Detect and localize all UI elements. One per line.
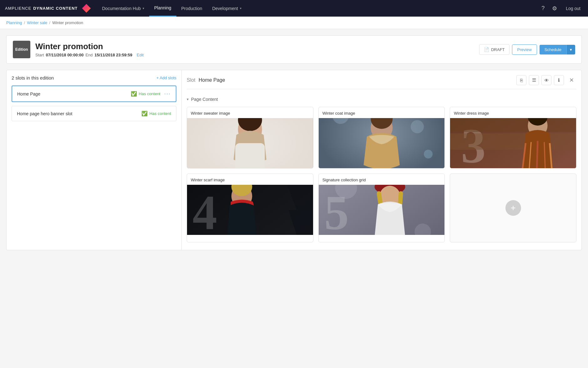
card-image-winter-sweater: [187, 118, 313, 168]
edition-actions: 📄 DRAFT Preview Schedule ▾: [479, 44, 575, 55]
brand: AMPLIENCE DYNAMIC CONTENT: [5, 4, 91, 13]
close-button[interactable]: ✕: [566, 75, 576, 85]
edition-title: Winter promotion: [35, 42, 479, 51]
brand-amplience: AMPLIENCE: [5, 6, 31, 11]
card-image-winter-coat: [319, 118, 445, 168]
chevron-down-icon: ▾: [240, 7, 241, 10]
slot-name: Home page hero banner slot: [17, 111, 72, 116]
nav-item-development[interactable]: Development ▾: [207, 0, 246, 17]
slot-label: Slot: [187, 77, 195, 83]
left-pane: 2 slots in this edition + Add slots Home…: [7, 70, 182, 250]
edition-header: Edition Winter promotion Start 07/11/201…: [6, 35, 582, 64]
section-chevron-icon: ▾: [187, 97, 189, 101]
slot-name: Home Page: [17, 91, 40, 96]
svg-rect-15: [450, 133, 576, 150]
slot-status-label: Has content: [150, 111, 171, 116]
edit-link[interactable]: Edit: [137, 53, 144, 57]
card-title: Signature collection grid: [319, 174, 445, 185]
edition-info: Winter promotion Start 07/11/2018 00:00:…: [35, 42, 479, 57]
right-pane: Slot Home Page ⎘ ☰ 👁 ℹ ✕ ▾ Page Content: [182, 70, 581, 250]
brand-icon: [82, 4, 91, 13]
edition-icon: Edition: [13, 41, 30, 58]
nav-item-label: Development: [212, 6, 238, 11]
slot-panel-header: Slot Home Page ⎘ ☰ 👁 ℹ ✕: [187, 75, 576, 89]
slot-status: ✅ Has content: [141, 111, 171, 117]
copy-button[interactable]: ⎘: [516, 75, 526, 85]
card-image-winter-scarf: 4: [187, 185, 313, 235]
breadcrumb-planning[interactable]: Planning: [6, 20, 22, 25]
slot-status: ✅ Has content: [131, 91, 160, 97]
help-icon[interactable]: ?: [540, 4, 546, 13]
svg-rect-4: [235, 143, 265, 168]
nav-item-label: Documentation Hub: [102, 6, 141, 11]
content-card-winter-coat[interactable]: Winter coat image: [318, 107, 445, 168]
card-image-winter-dress: 3: [450, 118, 576, 168]
svg-point-7: [411, 120, 424, 133]
add-slots-button[interactable]: + Add slots: [156, 75, 176, 80]
start-label: Start: [35, 53, 44, 57]
start-date: 07/11/2018 00:00:00: [46, 53, 84, 57]
card-title: Winter coat image: [319, 107, 445, 118]
schedule-btn-group: Schedule ▾: [540, 45, 575, 54]
add-content-card[interactable]: +: [450, 174, 576, 242]
info-button[interactable]: ℹ: [554, 75, 564, 85]
card-image-signature-collection: 5: [319, 185, 445, 235]
page-content-section: ▾ Page Content Winter sweater image: [187, 94, 576, 245]
content-grid: Winter sweater image: [187, 107, 576, 242]
card-title: Winter dress image: [450, 107, 576, 118]
card-title: Winter sweater image: [187, 107, 313, 118]
slot-card-hero-banner[interactable]: Home page hero banner slot ✅ Has content: [12, 106, 176, 121]
chevron-down-icon: ▾: [570, 47, 572, 52]
preview-slot-button[interactable]: 👁: [541, 75, 551, 85]
breadcrumb-sep: /: [24, 20, 25, 25]
section-header[interactable]: ▾ Page Content: [187, 97, 576, 102]
nav-item-label: Production: [181, 6, 202, 11]
nav-item-documentation[interactable]: Documentation Hub ▾: [97, 0, 149, 17]
end-date: 15/11/2018 23:59:59: [94, 53, 132, 57]
chevron-down-icon: ▾: [143, 7, 144, 10]
slots-count: 2 slots in this edition: [12, 75, 54, 80]
edition-dates: Start 07/11/2018 00:00:00 End 15/11/2018…: [35, 53, 479, 57]
breadcrumb-current: Winter promotion: [52, 20, 83, 25]
card-title: Winter scarf image: [187, 174, 313, 185]
preview-button[interactable]: Preview: [512, 44, 537, 55]
two-pane-layout: 2 slots in this edition + Add slots Home…: [6, 70, 582, 250]
nav-item-production[interactable]: Production: [176, 0, 207, 17]
breadcrumb: Planning / Winter sale / Winter promotio…: [0, 17, 588, 29]
nav-right: ? ⚙ Log out: [540, 4, 583, 13]
content-card-winter-dress[interactable]: Winter dress image: [450, 107, 576, 168]
nav-items: Documentation Hub ▾ Planning Production …: [97, 0, 540, 17]
slot-panel-actions: ⎘ ☰ 👁 ℹ ✕: [516, 75, 576, 85]
end-label: End: [85, 53, 93, 57]
slot-status-label: Has content: [139, 91, 160, 96]
add-icon: +: [505, 200, 521, 216]
svg-rect-14: [450, 118, 576, 132]
main-content: Edition Winter promotion Start 07/11/201…: [0, 29, 588, 257]
content-card-winter-scarf[interactable]: Winter scarf image: [187, 174, 313, 242]
slot-more-button[interactable]: ···: [164, 91, 171, 97]
svg-text:4: 4: [193, 185, 217, 235]
slot-card-home-page[interactable]: Home Page ✅ Has content ···: [12, 86, 176, 102]
section-label: Page Content: [191, 97, 218, 102]
slots-header: 2 slots in this edition + Add slots: [12, 75, 176, 80]
brand-dynamic: DYNAMIC CONTENT: [33, 6, 78, 11]
schedule-dropdown-button[interactable]: ▾: [566, 45, 575, 54]
check-circle-icon: ✅: [131, 91, 137, 97]
content-card-signature-collection[interactable]: Signature collection grid: [318, 174, 445, 242]
slot-panel-title: Slot Home Page: [187, 77, 225, 83]
draft-label: DRAFT: [491, 47, 504, 52]
top-nav: AMPLIENCE DYNAMIC CONTENT Documentation …: [0, 0, 588, 17]
document-icon: 📄: [484, 47, 489, 52]
breadcrumb-winter-sale[interactable]: Winter sale: [27, 20, 47, 25]
breadcrumb-sep: /: [49, 20, 50, 25]
list-view-button[interactable]: ☰: [529, 75, 539, 85]
draft-button[interactable]: 📄 DRAFT: [479, 44, 509, 55]
slot-title-text: Home Page: [199, 77, 225, 83]
settings-icon[interactable]: ⚙: [551, 4, 558, 13]
nav-item-label: Planning: [154, 5, 171, 10]
logout-button[interactable]: Log out: [563, 5, 583, 12]
check-circle-icon: ✅: [141, 111, 148, 117]
content-card-winter-sweater[interactable]: Winter sweater image: [187, 107, 313, 168]
nav-item-planning[interactable]: Planning: [149, 0, 176, 17]
schedule-button[interactable]: Schedule: [540, 45, 566, 54]
